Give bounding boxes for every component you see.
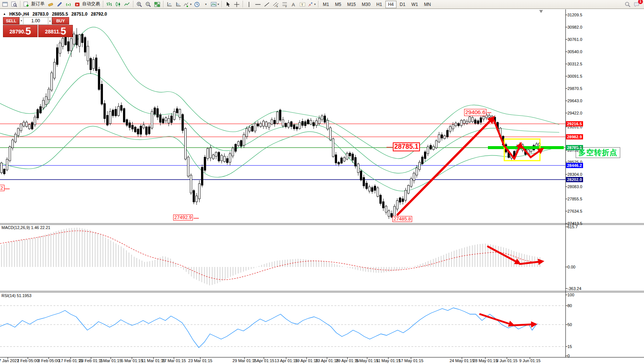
- buy-price-display[interactable]: 28811.5: [38, 25, 73, 37]
- timeframe-M30[interactable]: M30: [359, 1, 373, 8]
- toolbar-separator: [20, 1, 20, 7]
- price-tick: 29422.0: [567, 111, 582, 115]
- svg-text:E: E: [276, 5, 278, 7]
- rsi-tick: 50: [567, 322, 572, 327]
- indicators-add-icon[interactable]: ▼: [183, 1, 192, 8]
- symbol-period: HK50-,H4: [9, 12, 29, 17]
- autotrading-icon[interactable]: [73, 1, 81, 8]
- cursor-icon[interactable]: [224, 1, 232, 8]
- toolbar-separator: [103, 1, 103, 7]
- arrange-b-icon[interactable]: [174, 1, 182, 8]
- arrows-icon[interactable]: ▼: [307, 1, 316, 8]
- rsi-label: RSI(14) 51.1953: [1, 293, 32, 298]
- time-tick: 2 Feb 05:00: [17, 358, 39, 363]
- time-tick: 5 Mar 01:15: [121, 358, 143, 363]
- timeframe-W1[interactable]: W1: [409, 1, 421, 8]
- search-icon[interactable]: [624, 1, 632, 8]
- time-tick: 29 Mar 01:15: [233, 358, 257, 363]
- time-tick: 19 Apr 01:15: [295, 358, 318, 363]
- volume-increase-button[interactable]: ▲: [48, 17, 52, 25]
- sell-price-pip: 5: [25, 26, 31, 36]
- profiles-icon[interactable]: [10, 1, 18, 8]
- price-annotation-27485: 27485.8: [392, 216, 412, 222]
- toolbar-separator: [221, 1, 222, 7]
- zoom-in-icon[interactable]: [135, 1, 143, 8]
- time-tick: 7 Apr 01:15: [253, 358, 274, 363]
- zoom-out-icon[interactable]: [144, 1, 152, 8]
- quote-high: 28855.5: [52, 12, 68, 17]
- tile-windows-icon[interactable]: [153, 1, 161, 8]
- timeframe-H1[interactable]: H1: [374, 1, 385, 8]
- price-tick: 28304.0: [567, 172, 582, 177]
- price-tick: 31209.5: [567, 13, 582, 17]
- new-order-icon[interactable]: [22, 1, 30, 8]
- trendline-icon[interactable]: [263, 1, 271, 8]
- sell-price-display[interactable]: 28790.5: [3, 25, 38, 37]
- toolbar-separator: [243, 1, 243, 7]
- chart-canvas[interactable]: [0, 0, 644, 364]
- toolbar-separator: [133, 1, 133, 7]
- quote-close: 28792.0: [91, 12, 107, 17]
- rsi-tick: 80: [567, 303, 572, 308]
- profile-image-icon[interactable]: ▼: [211, 1, 220, 8]
- time-tick: 1 Mar 01:15: [100, 358, 122, 363]
- quote-low: 28751.0: [71, 12, 87, 17]
- timeframe-M15[interactable]: M15: [344, 1, 358, 8]
- timeframe-M5[interactable]: M5: [332, 1, 344, 8]
- new-order-label[interactable]: 新订单: [31, 1, 45, 8]
- toolbar-separator: [163, 1, 164, 7]
- timeframe-MN[interactable]: MN: [421, 1, 434, 8]
- bar-chart-icon[interactable]: [105, 1, 113, 8]
- time-tick: 17 Mar 01:15: [162, 358, 186, 363]
- volume-input[interactable]: [23, 17, 48, 25]
- text-label-icon[interactable]: T: [298, 1, 307, 8]
- channel-icon[interactable]: E: [272, 1, 280, 8]
- price-tick: 27855.5: [567, 197, 582, 201]
- timeframe-M1[interactable]: M1: [320, 1, 332, 8]
- rsi-tick: 15: [567, 344, 572, 349]
- signals-icon[interactable]: [64, 1, 72, 8]
- text-icon[interactable]: A: [289, 1, 298, 8]
- timeframe-D1[interactable]: D1: [397, 1, 408, 8]
- fibonacci-icon[interactable]: F: [281, 1, 289, 8]
- price-annotation-28785: 28785.1: [393, 142, 420, 151]
- price-tick: 30091.5: [567, 74, 582, 78]
- notification-badge: 1: [638, 0, 643, 4]
- price-annotation-29406: 29406.6: [464, 109, 486, 116]
- arrange-a-icon[interactable]: [165, 1, 174, 8]
- volume-decrease-button[interactable]: ▼: [19, 17, 23, 25]
- price-tick: 30312.5: [567, 62, 582, 66]
- hline-icon[interactable]: [254, 1, 262, 8]
- clock-icon[interactable]: [193, 1, 201, 8]
- chart-window-icon[interactable]: [1, 1, 9, 8]
- metaeditor-icon[interactable]: [55, 1, 64, 8]
- level-price-label: 29216.5: [566, 121, 583, 126]
- candle-chart-icon[interactable]: [114, 1, 122, 8]
- time-tick: 24 May 01:15: [450, 358, 475, 363]
- vline-icon[interactable]: [245, 1, 253, 8]
- dropdown-caret: ▼: [314, 3, 316, 6]
- line-chart-icon[interactable]: [123, 1, 131, 8]
- macd-tick: 0.00: [567, 265, 575, 269]
- svg-text:F: F: [285, 6, 287, 7]
- crayon-icon[interactable]: [46, 1, 55, 8]
- buy-button[interactable]: BUY: [52, 17, 69, 25]
- time-tick: 27 Jan 2021: [0, 358, 19, 363]
- timeframe-H4[interactable]: H4: [385, 1, 396, 8]
- macd-tick: -363.24: [567, 286, 581, 291]
- price-tick: 30761.0: [567, 37, 582, 42]
- collapse-icon[interactable]: ▲: [3, 12, 6, 17]
- time-tick: 8 Feb 05:00: [38, 358, 60, 363]
- notifications-icon[interactable]: 1: [632, 1, 641, 8]
- dropdown-caret[interactable]: ▼: [202, 1, 210, 8]
- dropdown-caret: ▼: [190, 3, 192, 6]
- sell-button[interactable]: SELL: [3, 17, 19, 25]
- price-annotation-27492: 27492.9: [173, 215, 193, 220]
- autotrading-label[interactable]: 自动交易: [82, 1, 100, 8]
- sell-price-main: 28790: [10, 27, 24, 36]
- trading-terminal: { "toolbar": { "labels": {"new_order": "…: [0, 0, 644, 364]
- crosshair-icon[interactable]: [233, 1, 241, 8]
- main-toolbar: 新订单自动交易▼▼▼EFAT▼ M1M5M15M30H1H4D1W1MN 1: [0, 0, 644, 9]
- timeframe-toolbar: M1M5M15M30H1H4D1W1MN: [320, 1, 434, 8]
- level-price-label: 28446.2: [566, 163, 583, 168]
